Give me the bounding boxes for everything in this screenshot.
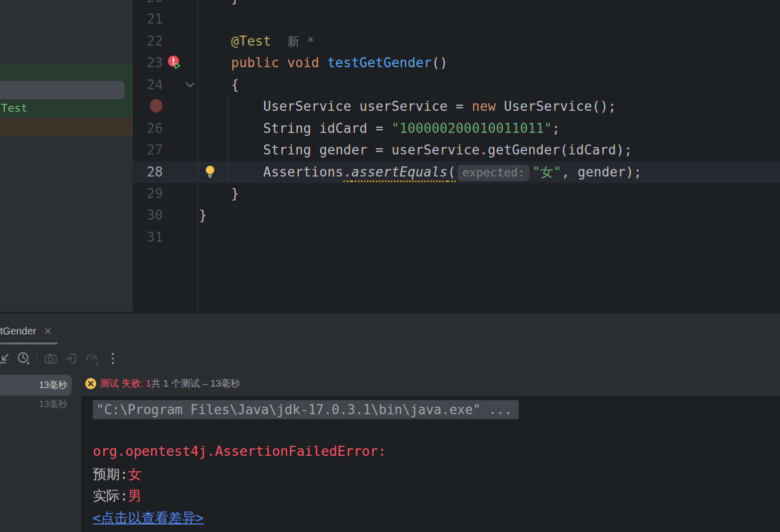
code-line-text: @Test 新 * [199,31,314,52]
breakpoint-icon[interactable] [149,99,163,113]
code-token: @Test [231,34,271,49]
code-token: , gender); [561,164,642,180]
more-options-button[interactable] [106,351,120,366]
code-token: } [199,0,239,5]
line-number[interactable]: 31 [133,227,163,248]
code-token: 新 * [287,35,314,49]
code-token: } [199,208,207,223]
code-line-text: } [199,183,239,205]
diff-modified-block [0,118,133,136]
import-test-results-button[interactable] [0,351,12,366]
code-line[interactable]: UserService userService = new UserServic… [133,96,780,117]
import-into-icon [64,351,78,366]
code-line[interactable]: 24 { [133,74,780,96]
code-line-text: String idCard = "100000200010011011"; [199,118,560,139]
code-token [199,34,231,49]
overlay-field[interactable] [0,81,124,99]
line-number[interactable]: 22 [133,31,163,52]
code-token [279,55,287,70]
test-duration: 13毫秒 [39,380,67,390]
test-tree-row[interactable]: 13毫秒 [0,375,72,396]
code-token: Assertions [199,164,343,180]
code-lines: 20 }2122 @Test 新 *23 public void testGet… [133,0,780,248]
console-tab-label: tGender [0,325,36,337]
code-token: String gender = userService.getGender(id… [199,142,632,157]
test-tree-row[interactable]: 13毫秒 [0,398,72,411]
test-status-banner: 测试 失败: 1共 1 个测试 – 13毫秒 [81,372,780,396]
actual-label: 实际: [93,488,128,503]
left-sidebar: Test [0,0,133,312]
code-line-text: Assertions.assertEquals(expected:"女", ge… [199,161,642,183]
code-token [319,55,327,70]
code-line[interactable]: 27 String gender = userService.getGender… [133,139,780,161]
line-number[interactable]: 23 [133,52,163,74]
code-line[interactable]: 26 String idCard = "100000200010011011"; [133,118,780,139]
sidebar-test-label: Test [1,102,28,114]
kebab-icon [111,352,115,365]
failed-count-text: 测试 失败: 1 [100,378,151,389]
line-number[interactable]: 24 [133,74,163,96]
code-line-text: String gender = userService.getGender(id… [199,139,632,161]
close-icon[interactable] [44,327,52,335]
code-line-text: public void testGetGender() [199,52,448,74]
code-token: void [287,55,319,70]
line-number[interactable]: 26 [133,118,163,139]
line-number[interactable]: 29 [133,183,163,205]
code-token: testGetGender [327,55,432,70]
actual-line: 实际:男 [93,487,141,505]
editor-section: Test 20 }2122 @Test 新 *23 public void te… [0,0,780,312]
screenshot-button[interactable] [44,351,58,366]
console-tab[interactable]: tGender [0,322,52,339]
code-token: expected: [458,165,529,181]
code-line[interactable]: 30} [133,205,780,226]
fold-chevron-icon[interactable] [185,82,195,88]
camera-icon [44,351,58,366]
code-token [271,34,287,49]
line-number[interactable]: 27 [133,139,163,161]
code-token: . [343,164,351,182]
test-failed-run-icon[interactable] [167,56,182,70]
code-line[interactable]: 20 } [133,0,780,9]
code-editor[interactable]: 20 }2122 @Test 新 *23 public void testGet… [133,0,780,312]
code-token: () [432,55,448,70]
line-number[interactable]: 28 [133,161,163,183]
test-status-text: 测试 失败: 1共 1 个测试 – 13毫秒 [100,377,240,390]
console-output[interactable]: "C:\Program Files\Java\jdk-17.0.3.1\bin\… [81,396,780,532]
indent-guide [228,95,229,185]
view-diff-link[interactable]: <点击以查看差异> [93,509,204,527]
code-line[interactable]: 28 Assertions.assertEquals(expected:"女",… [133,161,780,183]
coverage-button[interactable] [85,351,99,366]
code-line[interactable]: 22 @Test 新 * [133,31,780,52]
code-token: "女" [532,164,561,180]
expected-label: 预期: [93,466,128,482]
gutter-separator [198,0,198,312]
code-line-text: { [199,74,239,96]
active-tab-underline [0,342,58,344]
console-command-line[interactable]: "C:\Program Files\Java\jdk-17.0.3.1\bin\… [93,400,519,419]
ide-window: Test 20 }2122 @Test 新 *23 public void te… [0,0,780,532]
code-token: "100000200010011011" [392,121,552,136]
exception-class-text: org.opentest4j.AssertionFailedError: [93,443,386,459]
toolbar-separator [37,352,37,365]
test-summary-text: 共 1 个测试 – 13毫秒 [151,378,240,389]
console-toolbar [0,349,120,368]
line-number[interactable]: 20 [133,0,163,9]
lightbulb-icon[interactable] [205,165,216,179]
code-token: { [199,77,239,92]
arrow-down-left-icon [0,351,12,366]
code-line[interactable]: 29 } [133,183,780,205]
code-line[interactable]: 23 public void testGetGender() [133,52,780,74]
code-line-text: } [199,0,239,9]
code-line[interactable]: 31 [133,227,780,248]
test-history-button[interactable] [17,351,31,366]
import-into-button[interactable] [64,351,78,366]
line-number[interactable]: 30 [133,205,163,226]
code-token: UserService(); [496,99,616,114]
line-number[interactable]: 21 [133,9,163,30]
code-token: assertEquals [351,164,448,182]
code-line-text: UserService userService = new UserServic… [199,96,616,117]
test-runner-panel: tGender [0,312,780,532]
code-token: ( [448,164,456,182]
code-token [199,55,231,70]
code-line[interactable]: 21 [133,9,780,30]
